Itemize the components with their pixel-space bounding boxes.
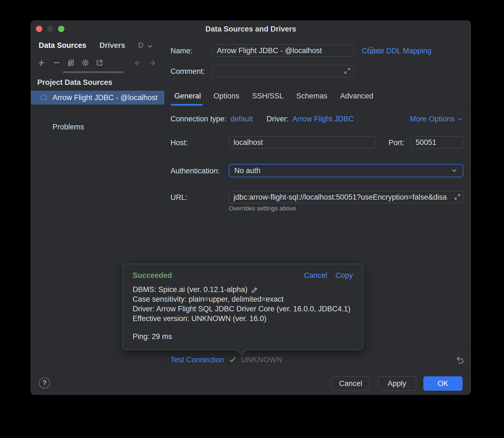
create-ddl-mapping-link[interactable]: Create DDL Mapping — [362, 47, 432, 55]
window-title: Data Sources and Drivers — [31, 25, 471, 33]
gear-icon[interactable] — [81, 58, 90, 67]
driver-label: Driver: — [267, 115, 289, 123]
host-label: Host: — [170, 139, 188, 147]
active-form-tab-indicator — [171, 104, 203, 106]
url-label: URL: — [170, 193, 188, 202]
name-label: Name: — [170, 47, 193, 55]
more-options-link[interactable]: More Options — [410, 115, 463, 123]
connection-type-label: Connection type: — [170, 115, 227, 123]
undo-icon[interactable] — [454, 355, 464, 365]
project-data-sources-header: Project Data Sources — [37, 78, 112, 87]
expand-icon[interactable] — [453, 193, 461, 201]
tab-drivers[interactable]: Drivers — [99, 41, 125, 50]
sidebar-separator — [36, 112, 164, 113]
tab-data-sources[interactable]: Data Sources — [39, 41, 86, 50]
chevron-down-icon[interactable] — [146, 43, 154, 50]
check-icon — [229, 356, 237, 364]
case-sensitivity-info: Case sensitivity: plain=upper, delimited… — [133, 294, 353, 304]
sidebar-item-problems[interactable]: Problems — [53, 123, 84, 131]
expand-icon[interactable] — [343, 67, 351, 75]
status-badge: Succeeded — [133, 271, 172, 280]
driver-link[interactable]: Arrow Flight JDBC — [292, 115, 354, 123]
data-source-name: Arrow Flight JDBC - @localhost — [53, 93, 158, 102]
chevron-down-icon — [457, 116, 463, 122]
test-connection-link[interactable]: Test Connection — [170, 356, 224, 364]
help-icon[interactable]: ? — [39, 377, 50, 389]
ok-button[interactable]: OK — [423, 376, 463, 391]
authentication-value: No auth — [234, 166, 261, 175]
popup-copy-link[interactable]: Copy — [335, 271, 353, 280]
sidebar-item-arrow-flight-jdbc[interactable]: Arrow Flight JDBC - @localhost — [31, 91, 164, 105]
copy-icon[interactable] — [66, 58, 76, 67]
driver-info: Driver: Arrow Flight SQL JDBC Driver Cor… — [133, 304, 353, 314]
connection-type-link[interactable]: default — [230, 115, 253, 123]
tab-schemas[interactable]: Schemas — [296, 92, 327, 100]
titlebar: Data Sources and Drivers — [31, 21, 471, 37]
chevron-down-icon — [451, 167, 458, 174]
ping-info: Ping: 29 ms — [133, 332, 353, 341]
port-input[interactable] — [411, 136, 463, 148]
add-button[interactable] — [37, 58, 46, 67]
data-source-icon — [40, 94, 48, 101]
apply-button[interactable]: Apply — [378, 376, 416, 391]
remove-button[interactable] — [52, 58, 61, 67]
url-hint: Overrides settings above — [229, 205, 296, 212]
data-sources-dialog: Data Sources and Drivers Data Sources Dr… — [31, 20, 471, 395]
authentication-label: Authentication: — [170, 167, 220, 175]
effective-version-info: Effective version: UNKNOWN (ver. 16.0) — [133, 314, 353, 324]
forward-icon[interactable] — [147, 58, 157, 67]
tab-ddl-truncated[interactable]: D — [138, 41, 144, 50]
pencil-icon[interactable] — [250, 286, 258, 294]
host-input[interactable] — [229, 136, 375, 148]
active-tab-indicator — [63, 71, 124, 73]
tab-options[interactable]: Options — [214, 92, 239, 100]
authentication-select[interactable]: No auth — [229, 164, 463, 177]
popup-caret — [237, 345, 246, 355]
form-tabs: General Options SSH/SSL Schemas Advanced — [174, 92, 373, 100]
form-tabs-divider — [164, 105, 471, 106]
comment-label: Comment: — [170, 67, 205, 76]
open-in-new-icon[interactable] — [95, 58, 104, 67]
cancel-button[interactable]: Cancel — [332, 376, 370, 391]
popup-cancel-link[interactable]: Cancel — [304, 271, 327, 280]
more-options-label: More Options — [410, 115, 455, 123]
connection-result: UNKNOWN — [241, 356, 283, 364]
url-input[interactable] — [229, 191, 463, 203]
comment-input[interactable] — [212, 65, 354, 77]
name-input[interactable] — [212, 45, 354, 57]
test-connection-popup: Succeeded Cancel Copy DBMS: Spice.ai (ve… — [122, 264, 363, 350]
footer-divider — [31, 371, 471, 371]
tab-general[interactable]: General — [174, 92, 201, 100]
tab-advanced[interactable]: Advanced — [340, 92, 373, 100]
port-label: Port: — [389, 139, 404, 147]
dbms-info: DBMS: Spice.ai (ver. 0.12.1-alpha) — [133, 285, 248, 294]
sidebar-tabs-divider — [31, 52, 164, 52]
tab-ssh-ssl[interactable]: SSH/SSL — [252, 92, 284, 100]
back-icon[interactable] — [133, 58, 143, 67]
